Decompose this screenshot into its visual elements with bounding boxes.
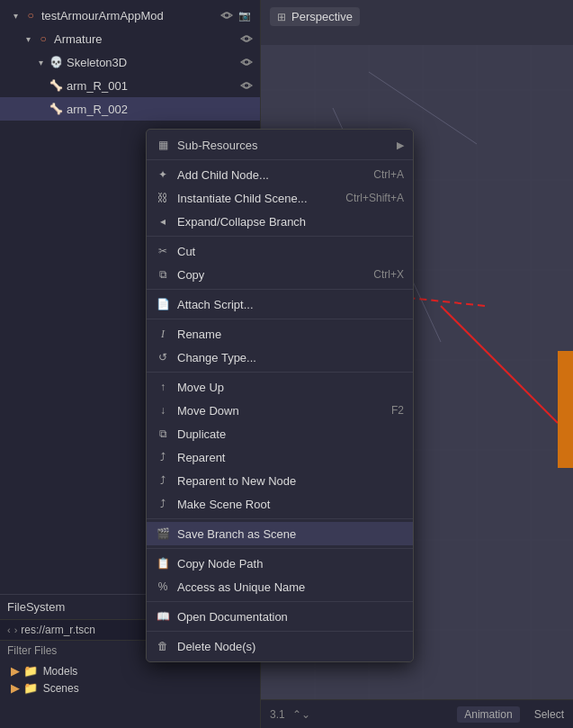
delete-icon: 🗑 bbox=[156, 639, 170, 653]
visibility-icon[interactable] bbox=[238, 54, 255, 70]
context-menu: ▦ Sub-Resources ▶ ✦ Add Child Node... Ct… bbox=[146, 129, 414, 662]
reparent-label: Reparent bbox=[177, 451, 404, 464]
move-down-label: Move Down bbox=[177, 404, 384, 418]
make-root-icon: ⤴ bbox=[156, 497, 170, 511]
filter-label: Filter Files bbox=[7, 644, 57, 657]
root-node-label: testArmourArmAppMod bbox=[41, 9, 219, 22]
viewport-header: ⊞ Perspective bbox=[261, 0, 369, 33]
skeleton-node-icon: 💀 bbox=[49, 55, 63, 69]
menu-item-copy-node-path[interactable]: 📋 Copy Node Path bbox=[147, 552, 413, 575]
change-type-icon: ↺ bbox=[156, 350, 170, 364]
menu-separator bbox=[147, 372, 413, 373]
copy-shortcut: Ctrl+X bbox=[373, 268, 404, 281]
copy-node-path-label: Copy Node Path bbox=[177, 557, 397, 571]
folder-item-models[interactable]: ▶ 📁 Models bbox=[7, 662, 253, 679]
menu-item-sub-resources[interactable]: ▦ Sub-Resources ▶ bbox=[147, 133, 413, 157]
camera-icon: 📷 bbox=[238, 10, 251, 22]
menu-item-save-branch[interactable]: 🎬 Save Branch as Scene bbox=[147, 522, 413, 545]
menu-item-attach-script[interactable]: 📄 Attach Script... bbox=[147, 292, 413, 316]
menu-item-reparent-new[interactable]: ⤴ Reparent to New Node bbox=[147, 469, 413, 492]
animation-badge[interactable]: Animation bbox=[457, 706, 519, 723]
perspective-badge[interactable]: ⊞ Perspective bbox=[270, 7, 360, 26]
armature-node-icon: ○ bbox=[36, 31, 50, 46]
open-docs-icon: 📖 bbox=[156, 609, 170, 624]
copy-node-path-icon: 📋 bbox=[156, 556, 170, 571]
change-type-label: Change Type... bbox=[177, 351, 404, 364]
duplicate-icon: ⧉ bbox=[156, 427, 170, 441]
menu-item-copy[interactable]: ⧉ Copy Ctrl+X bbox=[147, 263, 413, 286]
menu-item-make-scene-root[interactable]: ⤴ Make Scene Root bbox=[147, 492, 413, 516]
menu-item-expand-collapse[interactable]: ◂ Expand/Collapse Branch bbox=[147, 210, 413, 233]
path-forward-button[interactable]: › bbox=[14, 625, 18, 635]
root-node-icon: ○ bbox=[23, 8, 38, 22]
stepper-icon[interactable]: ⌃⌄ bbox=[292, 708, 310, 721]
rename-label: Rename bbox=[177, 328, 397, 341]
menu-item-access-unique[interactable]: % Access as Unique Name bbox=[147, 575, 413, 598]
menu-item-rename[interactable]: I Rename bbox=[147, 322, 413, 346]
save-branch-label: Save Branch as Scene bbox=[177, 527, 404, 541]
menu-separator bbox=[147, 601, 413, 602]
visibility-icon[interactable] bbox=[238, 31, 255, 47]
menu-item-open-docs[interactable]: 📖 Open Documentation bbox=[147, 605, 413, 628]
tree-item-armature[interactable]: ▾ ○ Armature bbox=[0, 27, 260, 50]
perspective-text: Perspective bbox=[291, 10, 353, 23]
add-child-shortcut: Ctrl+A bbox=[373, 168, 404, 181]
menu-item-move-up[interactable]: ↑ Move Up bbox=[147, 375, 413, 399]
svg-rect-21 bbox=[558, 351, 573, 468]
menu-item-cut[interactable]: ✂ Cut bbox=[147, 239, 413, 263]
tree-arrow: ▾ bbox=[22, 32, 34, 45]
sub-resources-label: Sub-Resources bbox=[177, 139, 386, 152]
menu-item-move-down[interactable]: ↓ Move Down F2 bbox=[147, 399, 413, 422]
menu-item-add-child[interactable]: ✦ Add Child Node... Ctrl+A bbox=[147, 163, 413, 186]
bone-node-icon: 🦴 bbox=[49, 78, 63, 93]
reparent-icon: ⤴ bbox=[156, 450, 170, 464]
instantiate-label: Instantiate Child Scene... bbox=[177, 192, 338, 205]
move-up-label: Move Up bbox=[177, 381, 397, 394]
version-badge: 3.1 bbox=[270, 708, 285, 721]
menu-separator bbox=[147, 319, 413, 319]
add-child-icon: ✦ bbox=[156, 167, 170, 182]
menu-separator bbox=[147, 548, 413, 549]
move-up-icon: ↑ bbox=[156, 380, 170, 394]
arm-r-002-label: arm_R_002 bbox=[67, 103, 255, 116]
copy-label: Copy bbox=[177, 268, 366, 282]
menu-item-delete[interactable]: 🗑 Delete Node(s) bbox=[147, 634, 413, 658]
reparent-new-icon: ⤴ bbox=[156, 473, 170, 488]
submenu-arrow: ▶ bbox=[397, 139, 404, 151]
menu-item-change-type[interactable]: ↺ Change Type... bbox=[147, 346, 413, 369]
tree-item-arm-r-001[interactable]: 🦴 arm_R_001 bbox=[0, 74, 260, 97]
visibility-icon[interactable] bbox=[238, 77, 255, 94]
folder-item-scenes[interactable]: ▶ 📁 Scenes bbox=[7, 679, 253, 697]
tree-item-arm-r-002[interactable]: 🦴 arm_R_002 bbox=[0, 97, 260, 121]
save-branch-icon: 🎬 bbox=[156, 526, 170, 541]
cut-label: Cut bbox=[177, 245, 397, 258]
menu-separator bbox=[147, 236, 413, 237]
skeleton-node-label: Skeleton3D bbox=[67, 56, 238, 69]
copy-icon: ⧉ bbox=[156, 267, 170, 282]
filesystem-tab-label[interactable]: FileSystem bbox=[7, 600, 65, 614]
rename-icon: I bbox=[156, 327, 170, 341]
cut-icon: ✂ bbox=[156, 244, 170, 258]
move-down-icon: ↓ bbox=[156, 403, 170, 418]
armature-node-label: Armature bbox=[54, 32, 238, 46]
menu-separator bbox=[147, 631, 413, 632]
tree-arrow: ▾ bbox=[9, 9, 22, 22]
bone-node-icon: 🦴 bbox=[49, 102, 63, 116]
add-child-label: Add Child Node... bbox=[177, 168, 366, 182]
sub-resources-icon: ▦ bbox=[156, 138, 170, 152]
menu-separator bbox=[147, 289, 413, 290]
tree-item-root[interactable]: ▾ ○ testArmourArmAppMod 📷 bbox=[0, 4, 260, 27]
scene-tree: ▾ ○ testArmourArmAppMod 📷 ▾ ○ Armature ▾… bbox=[0, 0, 260, 124]
current-path: res://arm_r.tscn bbox=[21, 624, 95, 636]
menu-item-instantiate[interactable]: ⛓ Instantiate Child Scene... Ctrl+Shift+… bbox=[147, 186, 413, 210]
instantiate-shortcut: Ctrl+Shift+A bbox=[345, 192, 404, 204]
folder-icon: ▶ 📁 bbox=[11, 664, 38, 678]
menu-item-reparent[interactable]: ⤴ Reparent bbox=[147, 445, 413, 469]
menu-item-duplicate[interactable]: ⧉ Duplicate bbox=[147, 422, 413, 445]
viewport-bottom-bar: 3.1 ⌃⌄ Animation Select bbox=[261, 699, 573, 728]
perspective-icon: ⊞ bbox=[277, 11, 286, 23]
visibility-icon[interactable] bbox=[219, 7, 235, 23]
tree-item-skeleton[interactable]: ▾ 💀 Skeleton3D bbox=[0, 50, 260, 74]
file-list: ▶ 📁 Models ▶ 📁 Scenes bbox=[0, 661, 260, 698]
path-back-button[interactable]: ‹ bbox=[7, 625, 11, 635]
